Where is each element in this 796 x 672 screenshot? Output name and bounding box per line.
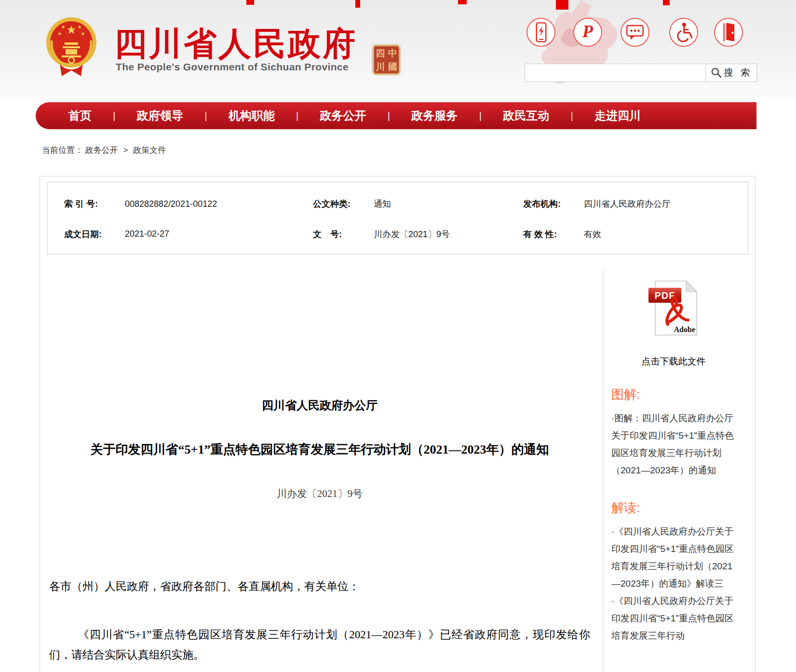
sidebar-interpretation-list: ·《四川省人民政府办公厅关于印发四川省“5+1”重点特色园区培育发展三年行动计划…	[611, 523, 736, 645]
sidebar-infographic-link[interactable]: ·图解：四川省人民政府办公厅关于印发四川省“5+1”重点特色园区培育发展三年行动…	[611, 410, 736, 479]
meta-label: 文 号:	[313, 228, 361, 240]
seal-char: 國	[388, 62, 397, 71]
search-icon	[710, 67, 723, 79]
meta-validity: 有 效 性: 有效	[523, 219, 748, 250]
header-icon-row: P	[526, 18, 758, 47]
document-body: 四川省人民政府办公厅 关于印发四川省“5+1”重点特色园区培育发展三年行动计划（…	[40, 255, 603, 665]
site-subtitle: The People's Government of Sichuan Provi…	[116, 61, 349, 73]
platform-logo-button[interactable]: P	[573, 18, 602, 47]
nav-separator: |	[204, 110, 207, 121]
meta-index-number: 索 引 号: 008282882/2021-00122	[48, 189, 313, 219]
sidebar-interpretation-link[interactable]: ·《四川省人民政府办公厅关于印发四川省“5+1”重点特色园区培育发展三年行动	[611, 592, 736, 645]
seal-char: 中	[388, 49, 397, 58]
document-salutation: 各市（州）人民政府，省政府各部门、各直属机构，有关单位：	[49, 577, 590, 597]
sidebar-interpretation-link[interactable]: ·《四川省人民政府办公厅关于印发四川省“5+1”重点特色园区培育发展三年行动计划…	[611, 523, 736, 592]
wheelchair-icon	[670, 18, 697, 47]
top-decoration	[663, 0, 670, 5]
search-button-label: 搜 索	[724, 67, 752, 79]
top-decoration	[355, 0, 360, 8]
nav-item-about-sichuan[interactable]: 走进四川	[594, 108, 641, 123]
breadcrumb-link-open-gov[interactable]: 政务公开	[85, 146, 118, 155]
breadcrumb-prefix: 当前位置：	[42, 146, 83, 155]
breadcrumb: 当前位置： 政务公开 > 政策文件	[42, 145, 166, 156]
message-board-button[interactable]	[621, 18, 649, 47]
meta-value: 通知	[374, 198, 391, 210]
nav-separator: |	[113, 110, 115, 121]
nav-item-interaction[interactable]: 政民互动	[503, 108, 549, 123]
breadcrumb-separator: >	[123, 146, 128, 155]
page-header: 四川省人民政府 The People's Government of Sichu…	[0, 0, 796, 99]
top-decoration	[458, 0, 467, 4]
document-container: 索 引 号: 008282882/2021-00122 公文种类: 通知 发布机…	[40, 176, 756, 672]
sidebar-heading-infographic: 图解:	[611, 386, 736, 403]
nav-item-functions[interactable]: 机构职能	[229, 108, 275, 123]
mobile-icon	[527, 18, 554, 47]
breadcrumb-link-policy-docs[interactable]: 政策文件	[133, 146, 166, 155]
door-icon	[715, 18, 742, 47]
download-file-link[interactable]: 点击下载此文件	[611, 355, 736, 368]
national-emblem-logo[interactable]	[45, 14, 97, 78]
meta-label: 索 引 号:	[64, 198, 112, 210]
site-title[interactable]: 四川省人民政府	[114, 22, 357, 66]
nav-separator: |	[570, 110, 573, 121]
main-nav: 首页 | 政府领导 | 机构职能 | 政务公开 | 政务服务 | 政民互动 | …	[36, 102, 756, 129]
seal-char: 四	[376, 49, 385, 58]
search-input[interactable]	[525, 64, 705, 81]
svg-text:Adobe: Adobe	[674, 325, 695, 334]
document-paragraph: 《四川省“5+1”重点特色园区培育发展三年行动计划（2021—2023年）》已经…	[49, 625, 590, 665]
meta-value: 有效	[584, 228, 601, 240]
china-sichuan-seal: 四 中 川 國	[373, 45, 400, 75]
nav-item-home[interactable]: 首页	[68, 108, 92, 123]
nav-item-open-gov[interactable]: 政务公开	[320, 108, 366, 123]
document-issuer: 四川省人民政府办公厅	[49, 398, 590, 413]
meta-label: 有 效 性:	[523, 228, 571, 240]
meta-value: 川办发〔2021〕9号	[374, 228, 450, 240]
p-logo-icon: P	[582, 23, 593, 40]
nav-separator: |	[296, 110, 298, 121]
meta-label: 发布机构:	[523, 198, 571, 210]
nav-item-leaders[interactable]: 政府领导	[137, 108, 183, 123]
meta-value: 2021-02-27	[125, 229, 169, 239]
meta-value: 四川省人民政府办公厅	[584, 198, 671, 210]
search-bar: 搜 索	[525, 64, 757, 82]
message-icon	[621, 18, 648, 47]
document-title: 关于印发四川省“5+1”重点特色园区培育发展三年行动计划（2021—2023年）…	[49, 441, 590, 458]
document-number: 川办发〔2021〕9号	[49, 487, 590, 500]
nav-separator: |	[388, 110, 390, 121]
search-button[interactable]: 搜 索	[705, 64, 756, 81]
top-decoration	[246, 0, 254, 5]
meta-value: 008282882/2021-00122	[125, 199, 217, 209]
pdf-file-icon[interactable]: PDF Adobe	[648, 280, 699, 336]
nav-item-services[interactable]: 政务服务	[411, 108, 458, 123]
meta-doc-type: 公文种类: 通知	[313, 189, 523, 219]
meta-doc-number: 文 号: 川办发〔2021〕9号	[313, 219, 523, 250]
sidebar-infographic-list: ·图解：四川省人民政府办公厅关于印发四川省“5+1”重点特色园区培育发展三年行动…	[611, 410, 736, 479]
accessibility-button[interactable]	[669, 18, 698, 47]
meta-label: 成文日期:	[64, 228, 112, 240]
mobile-version-button[interactable]	[526, 18, 555, 47]
exit-button[interactable]	[714, 18, 743, 47]
sichuan-map-watermark	[509, 0, 648, 99]
sidebar-heading-interpretation: 解读:	[611, 499, 736, 516]
meta-issuing-agency: 发布机构: 四川省人民政府办公厅	[523, 189, 748, 219]
meta-label: 公文种类:	[313, 198, 361, 210]
seal-char: 川	[376, 62, 385, 71]
top-decoration	[556, 0, 568, 10]
document-meta-table: 索 引 号: 008282882/2021-00122 公文种类: 通知 发布机…	[47, 182, 748, 255]
nav-separator: |	[479, 110, 482, 121]
sidebar: PDF Adobe 点击下载此文件 图解: ·图解：四川省人民政府办公厅关于印发…	[603, 269, 755, 672]
meta-issue-date: 成文日期: 2021-02-27	[48, 219, 313, 250]
